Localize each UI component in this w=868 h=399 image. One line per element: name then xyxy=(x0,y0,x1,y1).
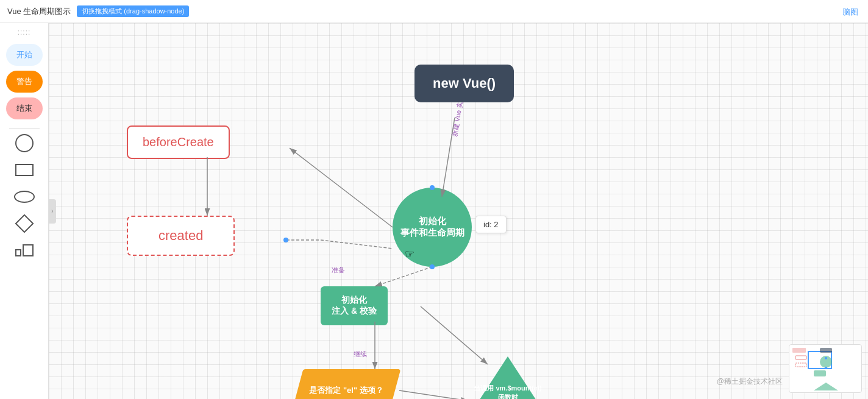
start-button[interactable]: 开始 xyxy=(6,44,43,66)
svg-line-10 xyxy=(399,390,468,399)
new-vue-node[interactable]: new Vue() xyxy=(414,65,514,102)
shape-circle[interactable] xyxy=(9,132,40,154)
main-area: ::::: 开始 警告 结束 xyxy=(0,23,868,399)
subflow-icon xyxy=(15,244,34,256)
svg-line-9 xyxy=(421,306,488,364)
mount-label: 当调用 vm.$mount(el) 函数时 xyxy=(468,356,547,399)
sidebar-divider xyxy=(9,128,40,129)
oval-icon xyxy=(14,191,35,203)
shape-oval[interactable] xyxy=(9,186,40,208)
diamond-icon xyxy=(15,214,34,233)
svg-rect-12 xyxy=(795,356,806,359)
init-top-conn xyxy=(430,185,435,190)
left-sidebar: ::::: 开始 警告 结束 xyxy=(0,23,49,399)
init-circle-label: 初始化事件和生命周期 xyxy=(400,216,464,239)
svg-line-4 xyxy=(375,267,432,286)
svg-rect-15 xyxy=(814,370,826,376)
end-button[interactable]: 结束 xyxy=(6,97,43,119)
svg-rect-17 xyxy=(792,348,806,353)
el-option-node[interactable]: 是否指定 "el" 选项？ xyxy=(297,369,395,399)
warn-button[interactable]: 警告 xyxy=(6,71,43,93)
created-conn-point xyxy=(283,238,288,242)
shape-rect[interactable] xyxy=(9,159,40,181)
svg-point-19 xyxy=(825,367,827,369)
el-option-label: 是否指定 "el" 选项？ xyxy=(309,385,383,396)
arrow-label-continue: 继续 xyxy=(354,350,367,359)
inject-label: 初始化注入 & 校验 xyxy=(332,295,377,316)
app-container: Vue 生命周期图示 切换拖拽模式 (drag-shadow-node) 脑图 … xyxy=(0,0,868,399)
shape-diamond[interactable] xyxy=(9,213,40,235)
created-node[interactable]: created xyxy=(127,216,235,256)
mindmap-link[interactable]: 脑图 xyxy=(842,7,858,16)
arrow-label-prepare: 准备 xyxy=(332,266,345,275)
collapse-icon: › xyxy=(51,208,53,214)
top-bar-right: 脑图 xyxy=(842,5,858,17)
svg-line-7 xyxy=(321,240,393,249)
top-bar: Vue 生命周期图示 切换拖拽模式 (drag-shadow-node) 脑图 xyxy=(0,0,868,23)
drag-mode-badge[interactable]: 切换拖拽模式 (drag-shadow-node) xyxy=(77,5,189,17)
svg-rect-11 xyxy=(820,348,832,353)
svg-rect-14 xyxy=(795,363,806,367)
canvas-area[interactable]: › xyxy=(49,23,868,399)
watermark: @稀土掘金技术社区 xyxy=(717,376,783,387)
svg-point-18 xyxy=(825,357,827,359)
drag-handle[interactable]: ::::: xyxy=(18,28,31,37)
mini-map[interactable] xyxy=(789,344,862,393)
collapse-handle[interactable]: › xyxy=(49,199,56,224)
drag-cursor-icon: ☞ xyxy=(405,247,414,261)
circle-icon xyxy=(15,134,34,152)
svg-line-3 xyxy=(290,148,393,227)
id-tooltip: id: 2 xyxy=(475,216,507,233)
inject-node[interactable]: 初始化注入 & 校验 xyxy=(321,286,388,325)
svg-marker-16 xyxy=(814,383,838,390)
app-title: Vue 生命周期图示 xyxy=(7,6,71,17)
init-bottom-conn xyxy=(430,264,435,269)
shape-subflow[interactable] xyxy=(9,239,40,261)
before-create-node[interactable]: beforeCreate xyxy=(127,125,230,159)
rect-icon xyxy=(15,164,34,176)
